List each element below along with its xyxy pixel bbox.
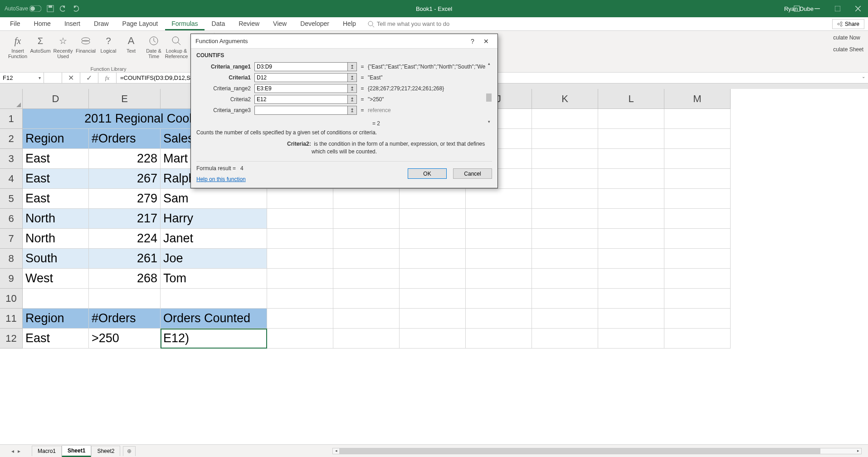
cell-E6[interactable]: 217 — [89, 209, 161, 229]
cell-F9[interactable]: Tom — [161, 269, 267, 289]
cell[interactable] — [400, 329, 466, 349]
hscroll-thumb[interactable] — [339, 448, 820, 454]
sheet-tab-sheet2[interactable]: Sheet2 — [91, 446, 120, 456]
collapse-dialog-button[interactable]: ↥ — [348, 106, 357, 115]
cell[interactable] — [267, 289, 333, 309]
cell[interactable] — [532, 149, 598, 169]
minimize-button[interactable] — [807, 0, 827, 17]
cell-D2[interactable]: Region — [23, 129, 89, 149]
cell-E5[interactable]: 279 — [89, 189, 161, 209]
new-sheet-button[interactable]: ⊕ — [123, 446, 136, 456]
dialog-help-button[interactable]: ? — [466, 38, 479, 45]
column-header-D[interactable]: D — [23, 89, 89, 109]
cell[interactable] — [532, 329, 598, 349]
cell[interactable] — [598, 309, 664, 329]
cell[interactable] — [598, 149, 664, 169]
help-on-function-link[interactable]: Help on this function — [196, 176, 246, 182]
row-header-1[interactable]: 1 — [0, 109, 23, 129]
row-header-4[interactable]: 4 — [0, 169, 23, 189]
cell-E3[interactable]: 228 — [89, 149, 161, 169]
tab-review[interactable]: Review — [232, 17, 266, 30]
dialog-titlebar[interactable]: Function Arguments ? ✕ — [191, 34, 497, 49]
cell[interactable] — [400, 229, 466, 249]
tab-formulas[interactable]: Formulas — [165, 17, 204, 30]
row-header-10[interactable]: 10 — [0, 289, 23, 309]
cell[interactable] — [400, 289, 466, 309]
cell[interactable] — [267, 209, 333, 229]
cell-F7[interactable]: Janet — [161, 229, 267, 249]
share-button[interactable]: Share — [832, 19, 864, 29]
logical-button[interactable]: ? Logical — [97, 33, 120, 54]
cell[interactable] — [400, 249, 466, 269]
cell-M2[interactable] — [664, 129, 731, 149]
recently-used-button[interactable]: ☆ Recently Used — [52, 33, 74, 59]
cell[interactable] — [532, 289, 598, 309]
tab-data[interactable]: Data — [205, 17, 232, 30]
cell[interactable] — [466, 309, 532, 329]
cell[interactable] — [532, 309, 598, 329]
close-button[interactable] — [848, 0, 868, 17]
cell[interactable] — [466, 189, 532, 209]
enter-button[interactable]: ✓ — [80, 73, 98, 83]
row-header-12[interactable]: 12 — [0, 329, 23, 349]
cell[interactable] — [333, 269, 400, 289]
row-header-8[interactable]: 8 — [0, 249, 23, 269]
cell[interactable] — [333, 329, 400, 349]
cell[interactable] — [598, 249, 664, 269]
redo-button[interactable] — [72, 5, 79, 12]
cell[interactable] — [466, 209, 532, 229]
tab-draw[interactable]: Draw — [88, 17, 115, 30]
arg-input-criteria1[interactable] — [254, 73, 348, 82]
ok-button[interactable]: OK — [408, 168, 447, 179]
cell[interactable] — [664, 309, 731, 329]
undo-button[interactable] — [59, 5, 67, 12]
cell-E2[interactable]: #Orders — [89, 129, 161, 149]
cell[interactable] — [333, 189, 400, 209]
cell-E4[interactable]: 267 — [89, 169, 161, 189]
cell-D11[interactable]: Region — [23, 309, 89, 329]
cell-D4[interactable]: East — [23, 169, 89, 189]
cell[interactable] — [664, 189, 731, 209]
cell[interactable] — [664, 249, 731, 269]
cell-E11[interactable]: #Orders — [89, 309, 161, 329]
cell[interactable] — [267, 329, 333, 349]
cell-D10[interactable] — [23, 289, 89, 309]
cell-F11[interactable]: Orders Counted — [161, 309, 267, 329]
collapse-dialog-button[interactable]: ↥ — [348, 73, 357, 82]
cell-M1[interactable] — [664, 109, 731, 129]
column-header-L[interactable]: L — [598, 89, 664, 109]
cell[interactable] — [267, 309, 333, 329]
date-time-button[interactable]: Date & Time — [142, 33, 165, 59]
cell[interactable] — [598, 269, 664, 289]
tab-help[interactable]: Help — [336, 17, 362, 30]
cell-D7[interactable]: North — [23, 229, 89, 249]
prev-sheet-icon[interactable]: ◂ — [11, 448, 14, 454]
sheet-tab-macro1[interactable]: Macro1 — [32, 446, 62, 456]
cell[interactable] — [532, 209, 598, 229]
cell[interactable] — [466, 269, 532, 289]
row-header-2[interactable]: 2 — [0, 129, 23, 149]
cell[interactable] — [466, 329, 532, 349]
cell[interactable] — [267, 249, 333, 269]
scroll-up-icon[interactable]: ▴ — [486, 61, 492, 68]
tab-nav[interactable]: ◂▸ — [0, 448, 32, 454]
cell[interactable] — [400, 309, 466, 329]
cell-F12[interactable]: E12) — [161, 329, 267, 349]
autosum-button[interactable]: Σ AutoSum — [29, 33, 52, 54]
tab-view[interactable]: View — [267, 17, 293, 30]
row-header-11[interactable]: 11 — [0, 309, 23, 329]
row-header-9[interactable]: 9 — [0, 269, 23, 289]
select-all-button[interactable] — [0, 89, 23, 109]
ribbon-options-button[interactable] — [786, 0, 807, 17]
cell[interactable] — [664, 289, 731, 309]
scroll-down-icon[interactable]: ▾ — [486, 119, 492, 126]
cell[interactable] — [400, 189, 466, 209]
cell[interactable] — [400, 269, 466, 289]
text-button[interactable]: A Text — [120, 33, 142, 54]
cell-D3[interactable]: East — [23, 149, 89, 169]
cell-L2[interactable] — [598, 129, 664, 149]
arg-input-criteria-range1[interactable] — [254, 62, 348, 71]
cell[interactable] — [333, 249, 400, 269]
calculate-now-label[interactable]: culate Now — [833, 34, 863, 41]
cell-E7[interactable]: 224 — [89, 229, 161, 249]
